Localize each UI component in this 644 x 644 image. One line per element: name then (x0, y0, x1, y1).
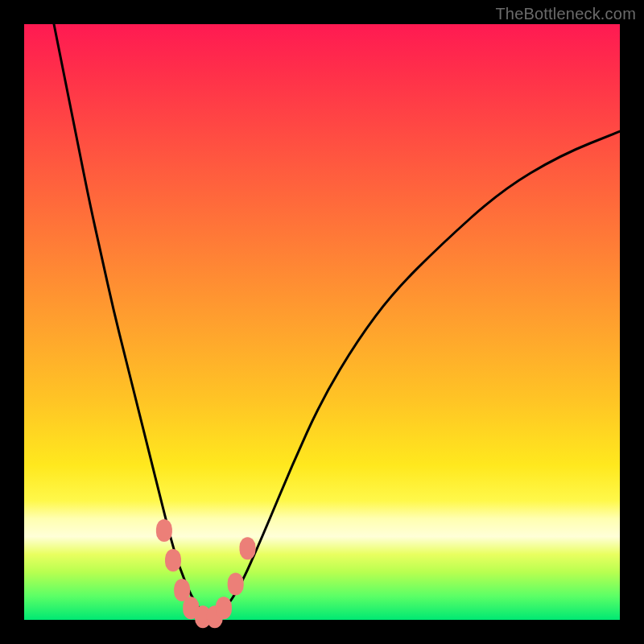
watermark-text: TheBottleneck.com (495, 5, 636, 23)
marker-group (156, 519, 256, 628)
curve-marker (228, 573, 244, 596)
plot-area (24, 24, 620, 620)
curve-marker (216, 597, 232, 619)
bottleneck-curve-svg (24, 24, 620, 620)
curve-marker (165, 549, 181, 572)
curve-marker (240, 537, 256, 559)
curve-marker (156, 519, 172, 542)
bottleneck-curve-path (54, 24, 620, 618)
chart-frame: TheBottleneck.com (0, 0, 644, 644)
